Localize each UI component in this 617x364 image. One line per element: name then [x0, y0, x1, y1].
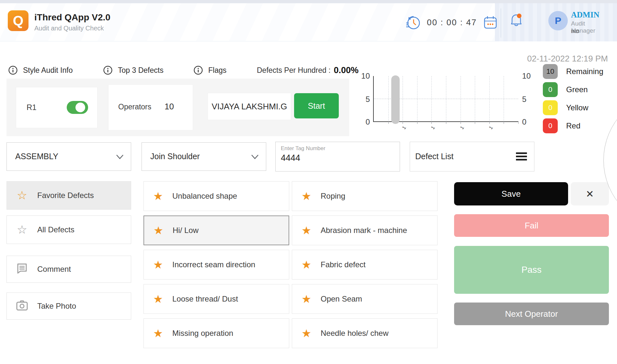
defect-card[interactable]: ★ Abrasion mark - machine [292, 215, 438, 245]
logo-letter: Q [13, 14, 24, 28]
star-icon: ★ [144, 293, 172, 304]
legend-badge: 0 [543, 82, 558, 97]
dph-label: Defects Per Hundred : [257, 66, 331, 75]
star-icon: ★ [292, 328, 321, 339]
defect-label: Loose thread/ Dust [172, 294, 238, 303]
start-button[interactable]: Start [294, 93, 339, 118]
star-icon: ★ [144, 259, 172, 270]
sidebar-item-take-photo[interactable]: Take Photo [6, 292, 131, 320]
legend-label: Remaining [566, 67, 603, 76]
star-icon: ★ [292, 191, 321, 202]
notification-bell-icon[interactable] [509, 12, 524, 29]
defect-label: Missing operation [172, 329, 233, 338]
defect-card[interactable]: ★ Roping [292, 181, 438, 211]
app-title: iThred QApp V2.0 [34, 12, 110, 23]
tag-number-field: Enter Tag Number [275, 142, 400, 171]
fail-button[interactable]: Fail [454, 214, 609, 237]
top-strip [0, 0, 617, 3]
sidebar-item-label: Comment [37, 265, 71, 274]
timer-value: 00 : 00 : 47 [427, 17, 477, 28]
operators-label: Operators [118, 103, 151, 111]
comment-icon [7, 263, 37, 276]
top-3-defects-link[interactable]: Top 3 Defects [103, 65, 164, 75]
defect-card[interactable]: ★ Fabric defect [292, 250, 438, 280]
chart-plot: 1111 [374, 76, 518, 121]
operation-select[interactable]: Join Shoulder [142, 142, 266, 171]
legend-green: 0 Green [543, 82, 588, 97]
style-audit-info-link[interactable]: Style Audit Info [8, 65, 73, 75]
close-button[interactable]: ✕ [571, 182, 609, 205]
star-icon: ★ [292, 259, 321, 270]
info-icon [103, 65, 113, 75]
pass-button[interactable]: Pass [454, 246, 609, 294]
tag-number-label: Enter Tag Number [281, 145, 326, 152]
defect-label: Abrasion mark - machine [321, 226, 407, 235]
camera-icon [7, 300, 37, 312]
round-toggle[interactable] [67, 101, 88, 114]
defect-card[interactable]: ★ Loose thread/ Dust [143, 284, 289, 314]
legend-badge: 10 [543, 64, 558, 79]
chevron-down-icon [251, 154, 259, 160]
y-tick-right-5: 5 [522, 95, 536, 104]
app-logo: Q [8, 10, 29, 31]
legend-yellow: 0 Yellow [543, 100, 588, 115]
star-icon: ★ [292, 293, 321, 304]
menu-icon [516, 152, 527, 162]
operation-select-value: Join Shoulder [150, 152, 200, 161]
audit-panel: R1 Operators 10 VIJAYA LAKSHMI.G Start [6, 79, 349, 136]
star-icon: ★ [144, 191, 172, 202]
y-tick-right-10: 10 [522, 72, 536, 81]
section-select-value: ASSEMBLY [15, 152, 58, 161]
calendar-icon[interactable] [483, 15, 498, 30]
operator-name-card[interactable]: VIJAYA LAKSHMI.G [208, 93, 291, 120]
round-card: R1 [16, 87, 97, 128]
sidebar-item-label: All Defects [37, 225, 74, 234]
section-select[interactable]: ASSEMBLY [6, 142, 131, 171]
header: Q iThred QApp V2.0 Audit and Quality Che… [0, 3, 617, 41]
sidebar-item-all-defects[interactable]: ☆ All Defects [6, 215, 131, 244]
defect-label: Needle holes/ chew [321, 329, 388, 338]
defect-label: Unbalanced shape [172, 192, 237, 201]
defects-per-hundred: Defects Per Hundred : 0.00% [257, 65, 359, 75]
legend-badge: 0 [543, 100, 558, 115]
sidebar-item-label: Take Photo [37, 302, 76, 311]
defect-card[interactable]: ★ Incorrect seam direction [143, 250, 289, 280]
defect-card[interactable]: ★ Needle holes/ chew [292, 318, 438, 348]
round-label: R1 [27, 103, 37, 112]
user-name: ADMIN [571, 10, 611, 19]
defect-card[interactable]: ★ Missing operation [143, 318, 289, 348]
defect-card[interactable]: ★ Open Seam [292, 284, 438, 314]
sidebar-item-favorite-defects[interactable]: ☆ Favorite Defects [6, 181, 131, 210]
defect-label: Fabric defect [321, 260, 366, 269]
next-operator-button[interactable]: Next Operator [454, 303, 609, 325]
y-tick-left-10: 10 [356, 72, 370, 81]
sidebar-item-comment[interactable]: Comment [6, 256, 131, 283]
top-3-defects-label: Top 3 Defects [118, 66, 164, 75]
defect-list-button[interactable]: Defect List [410, 142, 534, 171]
defect-label: Open Seam [321, 294, 362, 303]
legend-label: Yellow [566, 103, 588, 112]
flags-link[interactable]: Flags [193, 65, 226, 75]
defect-label: Roping [321, 192, 345, 201]
save-button[interactable]: Save [454, 182, 568, 205]
defect-grid: ★ Unbalanced shape ★ Roping ★ Hi/ Low ★ … [143, 181, 438, 348]
operator-name: VIJAYA LAKSHMI.G [211, 102, 287, 112]
app-window: Q iThred QApp V2.0 Audit and Quality Che… [0, 0, 617, 364]
header-divider [501, 8, 501, 38]
defect-list-label: Defect List [415, 152, 453, 161]
legend-red: 0 Red [543, 118, 580, 133]
sidebar-item-label: Favorite Defects [37, 191, 94, 200]
defect-card[interactable]: ★ Unbalanced shape [143, 181, 289, 211]
y-tick-left-0: 0 [356, 117, 370, 127]
defect-card-selected[interactable]: ★ Hi/ Low [143, 215, 289, 245]
chevron-down-icon [116, 154, 124, 160]
operators-count: 10 [165, 102, 174, 112]
avatar[interactable]: P [548, 11, 568, 30]
y-tick-left-5: 5 [356, 95, 370, 104]
audit-bar-chart: 10 5 0 10 5 0 1111 [373, 76, 518, 122]
tag-number-input[interactable] [281, 153, 394, 163]
current-datetime: 02-11-2022 12:19 PM [527, 54, 608, 64]
stopwatch-icon [405, 14, 421, 30]
legend-remaining: 10 Remaining [543, 64, 603, 79]
info-icon [8, 65, 18, 75]
